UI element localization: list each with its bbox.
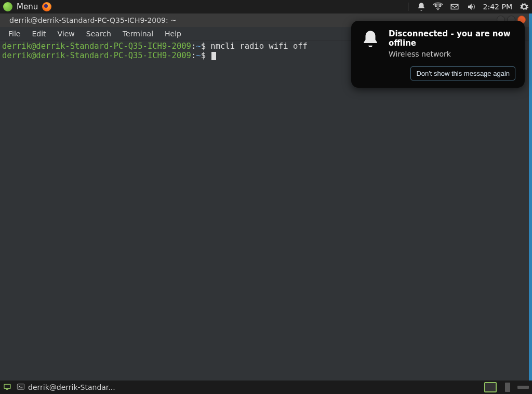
prompt-dollar-2: $ (201, 51, 211, 60)
prompt-path-2: ~ (196, 51, 201, 60)
panel-divider (408, 3, 408, 11)
notification-popup: Disconnected - you are now offline Wirel… (351, 21, 525, 88)
window-title: derrik@derrik-Standard-PC-Q35-ICH9-2009:… (9, 16, 177, 24)
settings-icon[interactable] (520, 2, 529, 11)
mint-logo-icon[interactable] (3, 2, 12, 11)
notification-title: Disconnected - you are now offline (389, 29, 515, 48)
menu-edit[interactable]: Edit (26, 29, 51, 39)
dont-show-again-button[interactable]: Don't show this message again (410, 66, 515, 80)
wifi-icon[interactable] (433, 2, 443, 11)
svg-rect-0 (4, 384, 10, 388)
clock[interactable]: 2:42 PM (483, 3, 512, 11)
panel-right: 2:42 PM (407, 2, 529, 11)
notification-subtitle: Wireless network (389, 50, 515, 58)
prompt-colon: : (191, 42, 196, 51)
menu-search[interactable]: Search (81, 29, 116, 39)
workspace-switcher[interactable] (484, 382, 497, 392)
show-desktop-icon[interactable] (3, 383, 11, 392)
terminal-cursor (211, 52, 216, 60)
menu-button[interactable]: Menu (17, 2, 38, 11)
prompt-path: ~ (196, 42, 201, 51)
mail-icon[interactable] (450, 2, 459, 11)
menu-help[interactable]: Help (159, 29, 187, 39)
taskbar-entry-label: derrik@derrik-Standar... (28, 383, 115, 391)
notification-actions: Don't show this message again (361, 66, 515, 80)
terminal-body[interactable]: derrik@derrik-Standard-PC-Q35-ICH9-2009:… (0, 40, 529, 381)
menu-file[interactable]: File (3, 29, 25, 39)
prompt-host: derrik@derrik-Standard-PC-Q35-ICH9-2009 (2, 42, 191, 51)
panel-left: Menu (3, 2, 51, 11)
menu-view[interactable]: View (52, 29, 80, 39)
firefox-icon[interactable] (42, 2, 51, 11)
volume-icon[interactable] (467, 2, 476, 11)
command-text: nmcli radio wifi off (210, 42, 308, 51)
svg-rect-1 (6, 389, 8, 389)
svg-rect-2 (17, 384, 24, 389)
prompt-host-2: derrik@derrik-Standard-PC-Q35-ICH9-2009 (2, 51, 191, 60)
top-panel: Menu 2:42 PM (0, 0, 532, 13)
notifications-icon[interactable] (417, 2, 426, 11)
terminal-icon (17, 383, 25, 392)
taskbar-widget-1[interactable] (505, 383, 510, 392)
menu-terminal[interactable]: Terminal (117, 29, 158, 39)
notification-content: Disconnected - you are now offline Wirel… (361, 29, 515, 58)
notification-text: Disconnected - you are now offline Wirel… (389, 29, 515, 58)
prompt-dollar: $ (201, 42, 211, 51)
prompt-colon-2: : (191, 51, 196, 60)
right-edge-highlight (529, 13, 532, 381)
bottom-taskbar: derrik@derrik-Standar... (0, 381, 532, 394)
taskbar-widget-2[interactable] (517, 386, 529, 389)
taskbar-entry-terminal[interactable]: derrik@derrik-Standar... (17, 383, 115, 392)
bell-icon (361, 29, 380, 58)
